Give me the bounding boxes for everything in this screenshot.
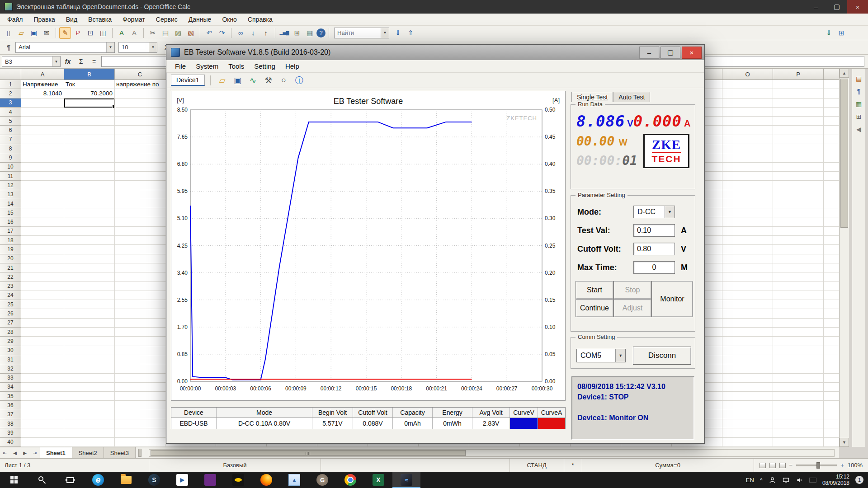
scroll-down-icon[interactable]: ▼ [840,438,849,447]
start-button[interactable] [0,472,28,488]
eb-menu-system[interactable]: System [191,61,223,71]
taskbar-photos[interactable]: ▲ [280,472,308,488]
copy-icon[interactable]: ▤ [160,27,171,39]
sort-descending-icon[interactable]: ↑ [260,27,272,39]
language-flag-icon[interactable] [809,478,816,483]
row-header-4[interactable]: 4 [0,108,21,117]
sort-ascending-icon[interactable]: ↓ [247,27,259,39]
row-header-39[interactable]: 39 [0,428,21,437]
tools-icon[interactable]: ⚒ [262,74,275,87]
column-header-A[interactable]: A [21,69,64,80]
row-header-20[interactable]: 20 [0,254,21,263]
column-header-Q[interactable]: Q [824,69,839,80]
taskbar-media[interactable]: ▶ [168,472,196,488]
font-size-combobox[interactable]: 10 ▼ [118,42,157,53]
row-header-11[interactable]: 11 [0,172,21,181]
first-sheet-icon[interactable]: ⇤ [0,450,10,455]
zoom-slider[interactable] [796,465,837,466]
taskbar-firefox[interactable] [252,472,280,488]
taskbar-gimp[interactable]: G [308,472,336,488]
start-button[interactable]: Start [576,281,613,299]
properties-icon[interactable]: ▤ [854,73,864,84]
eb-menu-help[interactable]: Help [280,61,304,71]
grid-corner[interactable] [0,69,21,80]
save-icon[interactable]: ▣ [28,27,40,39]
row-header-21[interactable]: 21 [0,263,21,272]
export-pdf-icon[interactable]: P [72,27,84,39]
help-icon[interactable]: ? [316,28,326,38]
row-header-6[interactable]: 6 [0,126,21,135]
dropdown-icon[interactable]: ▼ [52,56,60,66]
row-header-19[interactable]: 19 [0,245,21,254]
row-header-28[interactable]: 28 [0,328,21,337]
row-header-10[interactable]: 10 [0,163,21,172]
eb-menu-file[interactable]: File [170,61,191,71]
row-header-38[interactable]: 38 [0,419,21,428]
add-grid-icon[interactable]: ⊞ [835,27,847,39]
email-icon[interactable]: ✉ [41,27,52,39]
search-button[interactable] [28,472,56,488]
row-header-1[interactable]: 1 [0,80,21,89]
eb-maximize-button[interactable]: ▢ [660,47,680,59]
find-toolbar-combobox[interactable]: Найти ▼ [334,28,389,38]
page-preview-icon[interactable]: ◫ [97,27,109,39]
download-icon[interactable]: ⇓ [823,27,835,39]
find-next-icon[interactable]: ⇓ [392,27,404,39]
task-view-button[interactable] [56,472,84,488]
row-header-30[interactable]: 30 [0,346,21,355]
monitor-button[interactable]: Monitor [651,281,693,317]
notification-badge[interactable]: 1 [855,476,863,484]
cell-A1[interactable]: Напряжение [21,80,64,89]
last-sheet-icon[interactable]: ⇥ [30,450,40,455]
dropdown-icon[interactable]: ▼ [149,42,157,52]
curve-v-swatch[interactable] [510,418,538,429]
calc-minimize-button[interactable]: – [806,0,826,14]
insert-chart-icon[interactable]: ▂▅▇ [278,27,290,39]
row-header-14[interactable]: 14 [0,199,21,208]
previous-sheet-icon[interactable]: ◀ [10,450,20,455]
com-port-select[interactable]: COM5 ▼ [576,349,626,362]
undo-icon[interactable]: ↶ [203,27,215,39]
edit-file-icon[interactable]: ✎ [59,27,71,39]
row-header-18[interactable]: 18 [0,236,21,245]
zoom-icon[interactable]: ○ [278,74,290,87]
taskbar-edge[interactable]: e [84,472,112,488]
continue-button[interactable]: Continue [576,299,613,317]
row-header-22[interactable]: 22 [0,272,21,282]
dropdown-icon[interactable]: ▼ [665,206,675,218]
vertical-scrollbar[interactable]: ▲ ▼ [839,69,849,447]
menu-view[interactable]: Вид [61,14,83,24]
adjust-button[interactable]: Adjust [613,299,651,317]
about-icon[interactable]: ⓘ [293,74,306,87]
calc-titlebar[interactable]: Электронная таблица OpenDocument.ods - O… [0,0,868,14]
column-header-C[interactable]: C [115,69,165,80]
row-header-5[interactable]: 5 [0,117,21,126]
sheet-tab-sheet3[interactable]: Sheet3 [104,447,136,458]
row-header-33[interactable]: 33 [0,374,21,383]
font-name-combobox[interactable]: Arial ▼ [15,42,115,53]
styles-panel-icon[interactable]: ¶ [854,86,864,97]
eb-close-button[interactable]: × [682,47,702,59]
row-header-24[interactable]: 24 [0,291,21,300]
next-sheet-icon[interactable]: ▶ [20,450,30,455]
column-header-O[interactable]: O [722,69,773,80]
cell-reference-box[interactable]: B3 ▼ [2,56,61,67]
network-icon[interactable] [782,476,790,484]
taskbar-steam[interactable]: S [140,472,168,488]
taskbar-batman[interactable] [224,472,252,488]
menu-window[interactable]: Окно [217,14,242,24]
menu-data[interactable]: Данные [183,14,217,24]
gallery-icon[interactable]: ▦ [304,27,316,39]
menu-format[interactable]: Формат [117,14,151,24]
scroll-up-icon[interactable]: ▲ [840,69,849,78]
view-pagebreak-icon[interactable] [769,463,776,468]
status-page-style[interactable]: Базовый [149,459,321,472]
cut-icon[interactable]: ✂ [147,27,159,39]
language-indicator[interactable]: EN [746,477,754,483]
gallery-panel-icon[interactable]: ▦ [854,99,864,109]
scroll-grip[interactable] [306,452,310,455]
row-header-16[interactable]: 16 [0,217,21,226]
row-header-9[interactable]: 9 [0,153,21,162]
taskbar-eb-tester[interactable]: ≈ [392,472,420,488]
redo-icon[interactable]: ↷ [216,27,228,39]
